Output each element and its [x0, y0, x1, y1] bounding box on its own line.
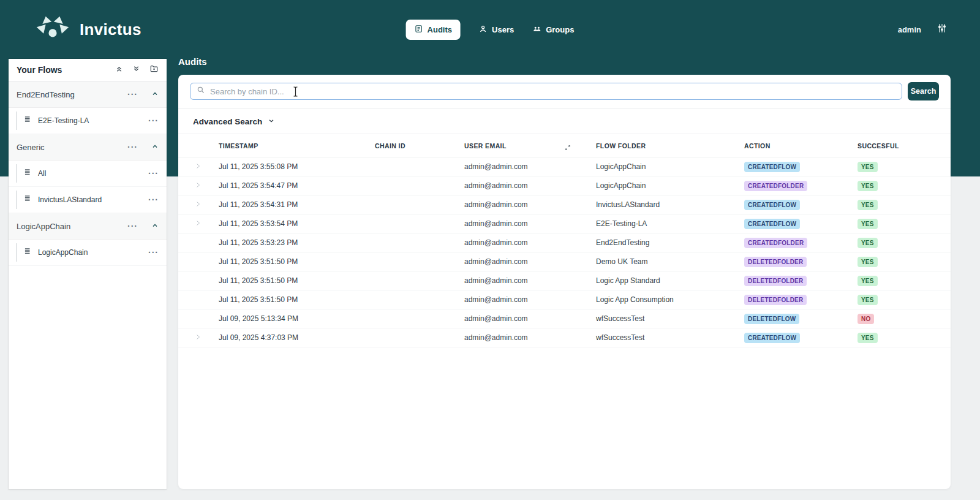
- succesful-cell: NO: [858, 314, 951, 324]
- search-row: Search by chain ID... Search: [178, 75, 951, 108]
- new-folder-icon[interactable]: [149, 64, 159, 75]
- row-expander-cell: [194, 200, 219, 210]
- table-row[interactable]: Jul 11, 2025 3:51:50 PM admin@admin.com …: [178, 271, 951, 290]
- tab-users[interactable]: Users: [479, 25, 514, 35]
- flow-menu-button[interactable]: ···: [148, 170, 159, 176]
- groups-icon: [532, 25, 541, 35]
- collapse-folder-icon[interactable]: [151, 142, 159, 153]
- table-body: Jul 11, 2025 3:55:08 PM admin@admin.com …: [178, 157, 951, 347]
- table-row[interactable]: Jul 11, 2025 3:54:47 PM admin@admin.com …: [178, 176, 951, 195]
- expand-row-icon[interactable]: [194, 334, 202, 343]
- collapse-folder-icon[interactable]: [151, 89, 159, 100]
- flow-menu-button[interactable]: ···: [148, 118, 159, 124]
- row-expander-cell: [194, 314, 219, 324]
- timestamp-cell: Jul 11, 2025 3:51:50 PM: [219, 257, 375, 266]
- flow-item[interactable]: E2E-Testing-LA ···: [9, 108, 167, 134]
- flow-folder-section: End2EndTesting ··· E2E-Testing-LA ···: [9, 81, 167, 134]
- col-user-email[interactable]: USER EMAIL: [464, 142, 596, 150]
- row-expander-cell: [194, 295, 219, 305]
- user-email-cell: admin@admin.com: [464, 219, 596, 228]
- expand-row-icon[interactable]: [194, 201, 202, 210]
- table-row[interactable]: Jul 09, 2025 5:13:34 PM admin@admin.com …: [178, 309, 951, 328]
- flow-folder-children: LogicAppChain ···: [9, 240, 167, 266]
- flow-folder-cell: Logic App Standard: [596, 276, 744, 285]
- folder-menu-button[interactable]: ···: [127, 91, 138, 97]
- successful-badge: YES: [858, 295, 878, 305]
- tab-users-label: Users: [492, 25, 514, 34]
- action-badge: CREATEDFLOW: [744, 219, 800, 229]
- expand-row-icon[interactable]: [194, 163, 202, 172]
- user-email-cell: admin@admin.com: [464, 162, 596, 171]
- page-title: Audits: [178, 56, 207, 67]
- action-badge: DELETEDFLOW: [744, 314, 799, 324]
- sidebar-title: Your Flows: [17, 65, 115, 75]
- table-row[interactable]: Jul 11, 2025 3:51:50 PM admin@admin.com …: [178, 290, 951, 309]
- action-cell: CREATEDFLOW: [744, 162, 858, 172]
- table-row[interactable]: Jul 11, 2025 3:53:54 PM admin@admin.com …: [178, 214, 951, 233]
- search-input[interactable]: Search by chain ID...: [190, 83, 902, 100]
- folder-menu-button[interactable]: ···: [127, 144, 138, 150]
- expand-all-icon[interactable]: [132, 64, 140, 75]
- collapse-folder-icon[interactable]: [151, 221, 159, 232]
- flow-menu-button[interactable]: ···: [148, 197, 159, 203]
- collapse-all-icon[interactable]: [115, 64, 123, 75]
- col-action[interactable]: ACTION: [744, 142, 858, 150]
- row-expander-cell: [194, 333, 219, 343]
- flow-item[interactable]: All ···: [9, 161, 167, 187]
- timestamp-cell: Jul 11, 2025 3:54:31 PM: [219, 200, 375, 209]
- flow-folder-item[interactable]: LogicAppChain ···: [9, 213, 167, 240]
- search-button[interactable]: Search: [908, 82, 939, 100]
- successful-badge: YES: [858, 257, 878, 267]
- action-cell: CREATEDFLOW: [744, 333, 858, 343]
- action-badge: CREATEDFOLDER: [744, 181, 807, 191]
- flow-folder-item[interactable]: End2EndTesting ···: [9, 81, 167, 108]
- table-row[interactable]: Jul 09, 2025 4:37:03 PM admin@admin.com …: [178, 328, 951, 347]
- tab-groups[interactable]: Groups: [532, 25, 574, 35]
- timestamp-cell: Jul 11, 2025 3:53:54 PM: [219, 219, 375, 228]
- column-resize-icon[interactable]: [565, 142, 571, 153]
- flow-item-name: All: [38, 169, 148, 178]
- table-row[interactable]: Jul 11, 2025 3:51:50 PM admin@admin.com …: [178, 252, 951, 271]
- flow-folder-children: All ··· InvictusLAStandard ···: [9, 161, 167, 213]
- table-row[interactable]: Jul 11, 2025 3:53:23 PM admin@admin.com …: [178, 233, 951, 252]
- flow-item[interactable]: InvictusLAStandard ···: [9, 187, 167, 213]
- text-cursor-icon: [293, 86, 298, 99]
- timestamp-cell: Jul 11, 2025 3:51:50 PM: [219, 295, 375, 304]
- flow-folder-cell: Demo UK Team: [596, 257, 744, 266]
- action-badge: DELETEDFOLDER: [744, 295, 807, 305]
- flow-folder-cell: End2EndTesting: [596, 238, 744, 247]
- brand-name: Invictus: [80, 20, 141, 39]
- user-email-cell: admin@admin.com: [464, 257, 596, 266]
- col-timestamp[interactable]: TIMESTAMP: [219, 142, 375, 150]
- flow-folder-item[interactable]: Generic ···: [9, 134, 167, 161]
- flow-stack-icon: [23, 168, 32, 179]
- flow-folder-name: Generic: [17, 143, 127, 152]
- flow-folder-cell: wfSuccessTest: [596, 333, 744, 342]
- flow-item-name: LogicAppChain: [38, 248, 148, 257]
- col-chain-id[interactable]: CHAIN ID: [375, 142, 464, 150]
- succesful-cell: YES: [858, 219, 951, 229]
- advanced-search-toggle[interactable]: Advanced Search: [178, 108, 951, 134]
- flow-item[interactable]: LogicAppChain ···: [9, 240, 167, 266]
- audits-icon: [415, 25, 423, 35]
- tab-audits[interactable]: Audits: [406, 20, 461, 40]
- flows-sidebar: Your Flows End2EndTesting: [9, 59, 167, 489]
- successful-badge: YES: [858, 200, 878, 210]
- expand-row-icon[interactable]: [194, 182, 202, 191]
- col-succesful[interactable]: SUCCESFUL: [858, 142, 951, 150]
- folder-menu-button[interactable]: ···: [127, 223, 138, 229]
- successful-badge: YES: [858, 162, 878, 172]
- advanced-search-label: Advanced Search: [193, 117, 262, 126]
- table-row[interactable]: Jul 11, 2025 3:55:08 PM admin@admin.com …: [178, 157, 951, 176]
- user-email-cell: admin@admin.com: [464, 276, 596, 285]
- timestamp-cell: Jul 09, 2025 5:13:34 PM: [219, 314, 375, 323]
- col-flow-folder[interactable]: FLOW FOLDER: [596, 142, 744, 150]
- successful-badge: YES: [858, 219, 878, 229]
- settings-sliders-icon[interactable]: [937, 23, 947, 36]
- user-email-cell: admin@admin.com: [464, 333, 596, 342]
- table-row[interactable]: Jul 11, 2025 3:54:31 PM admin@admin.com …: [178, 195, 951, 214]
- action-cell: CREATEDFLOW: [744, 219, 858, 229]
- flow-stack-icon: [23, 115, 32, 126]
- expand-row-icon[interactable]: [194, 220, 202, 229]
- flow-menu-button[interactable]: ···: [148, 249, 159, 256]
